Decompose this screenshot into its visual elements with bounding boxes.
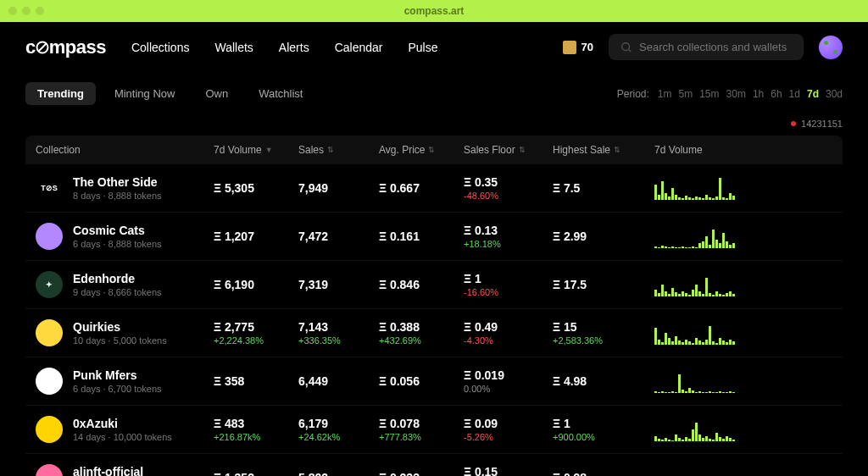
col-sales[interactable]: Sales⇅ [298,144,379,156]
cell-delta: +2,583.36% [553,335,603,346]
period-1m[interactable]: 1m [658,88,672,100]
col-sparkline: 7d Volume [654,144,832,156]
cell-value: 7,143 [298,320,341,334]
cell-value: Ξ 1 [464,272,498,285]
tab-watchlist[interactable]: Watchlist [247,82,314,105]
table-row[interactable]: ✦Edenhorde9 days · 8,666 tokensΞ 6,1907,… [25,261,843,309]
collection-meta: 6 days · 8,888 tokens [73,239,162,249]
table-row[interactable]: alinft-official4 days · 8,102 tokensΞ 1,… [25,454,843,476]
cell-value: Ξ 6,190 [214,278,254,291]
nav-item-alerts[interactable]: Alerts [279,41,309,54]
cell-value: Ξ 2,775 [214,320,264,334]
period-5m[interactable]: 5m [679,88,693,100]
avatar[interactable] [819,36,843,59]
nav-item-wallets[interactable]: Wallets [214,41,253,54]
period-1h[interactable]: 1h [753,88,764,100]
cell-delta: +777.83% [379,432,421,442]
nav-item-calendar[interactable]: Calendar [335,41,383,54]
period-7d[interactable]: 7d [807,88,819,100]
col-volume[interactable]: 7d Volume▼ [214,144,298,156]
collection-avatar: ✦ [36,271,63,298]
cell-delta: +2,224.38% [214,335,264,346]
cell-value: 6,179 [298,417,340,430]
period-30m[interactable]: 30m [726,88,746,100]
table-header: Collection 7d Volume▼ Sales⇅ Avg. Price⇅… [25,136,843,164]
points-badge[interactable]: 70 [563,41,593,54]
table-row[interactable]: Quirkies10 days · 5,000 tokensΞ 2,775+2,… [25,309,843,357]
traffic-lights [8,7,44,15]
table-row[interactable]: Cosmic Cats6 days · 8,888 tokensΞ 1,2077… [25,213,843,261]
collection-meta: 14 days · 10,000 tokens [73,432,172,442]
tabs: TrendingMinting NowOwnWatchlist [25,82,314,105]
collection-name: Punk Mfers [73,368,162,382]
tab-own[interactable]: Own [193,82,240,105]
nav-item-pulse[interactable]: Pulse [408,41,437,54]
table-body: T⊘SThe Other Side8 days · 8,888 tokensΞ … [25,164,843,476]
cell-value: Ξ 1,207 [214,230,254,243]
logo[interactable]: cmpass [25,36,106,58]
col-collection[interactable]: Collection [36,144,214,156]
cell-delta: +216.87k% [214,432,260,442]
cell-value: 7,949 [298,181,328,195]
col-highest-sale[interactable]: Highest Sale⇅ [553,144,654,156]
period-1d[interactable]: 1d [789,88,800,100]
cell-value: Ξ 0.846 [379,278,420,291]
cell-value: Ξ 0.388 [379,320,421,334]
close-window-icon[interactable] [8,7,17,15]
cell-delta: -16.60% [464,287,498,297]
period-label: Period: [617,88,649,100]
tab-trending[interactable]: Trending [25,82,96,105]
search-box[interactable] [609,34,804,60]
cell-value: Ξ 358 [214,374,244,388]
cell-value: 7,319 [298,278,328,291]
nav-item-collections[interactable]: Collections [131,41,189,54]
collection-avatar [36,464,63,476]
search-input[interactable] [639,41,792,53]
period-15m[interactable]: 15m [699,88,719,100]
cell-value: Ξ 0.667 [379,181,420,195]
period-30d[interactable]: 30d [826,88,843,100]
table-row[interactable]: 0xAzuki14 days · 10,000 tokensΞ 483+216.… [25,406,843,454]
cell-value: Ξ 0.15 [464,465,498,476]
cell-value: Ξ 0.09 [464,417,498,430]
header-right: 70 [563,34,843,60]
collection-name: alinft-official [73,465,162,476]
minimize-window-icon[interactable] [22,7,31,15]
header: cmpass CollectionsWalletsAlertsCalendarP… [0,22,868,72]
logo-o-icon [36,41,49,54]
tab-minting-now[interactable]: Minting Now [103,82,187,105]
sort-icon: ⇅ [428,146,435,154]
sparkline [654,418,735,441]
cell-delta: +18.18% [464,239,501,249]
collection-meta: 9 days · 8,666 tokens [73,287,162,297]
col-avg-price[interactable]: Avg. Price⇅ [379,144,464,156]
collection-avatar [36,368,63,395]
svg-line-3 [629,49,632,52]
status-dot-icon [791,121,796,126]
cell-value: 6,449 [298,374,328,388]
period-6h[interactable]: 6h [771,88,782,100]
cell-value: Ξ 0.078 [379,417,421,430]
collections-table: Collection 7d Volume▼ Sales⇅ Avg. Price⇅… [0,136,868,476]
table-row[interactable]: Punk Mfers6 days · 6,700 tokensΞ 3586,44… [25,357,843,406]
collection-avatar [36,223,63,250]
block-number: 14231151 [801,119,843,129]
cell-value: Ξ 0.233 [379,471,420,476]
collection-meta: 8 days · 8,888 tokens [73,191,162,201]
maximize-window-icon[interactable] [36,7,44,15]
cell-delta: -4.30% [464,335,498,346]
collection-name: 0xAzuki [73,417,172,430]
table-row[interactable]: T⊘SThe Other Side8 days · 8,888 tokensΞ … [25,164,843,213]
sparkline [654,176,735,200]
cell-delta: +24.62k% [298,432,340,442]
cell-delta: -48.60% [464,191,498,201]
collection-avatar [36,416,63,443]
cell-delta: +336.35% [298,335,341,346]
col-sales-floor[interactable]: Sales Floor⇅ [464,144,553,156]
period-selector: Period: 1m5m15m30m1h6h1d7d30d [617,88,843,100]
sparkline [654,369,735,393]
window-titlebar: compass.art [0,0,868,22]
nav: CollectionsWalletsAlertsCalendarPulse [131,41,438,54]
cell-value: Ξ 483 [214,417,260,430]
sparkline [654,224,735,248]
